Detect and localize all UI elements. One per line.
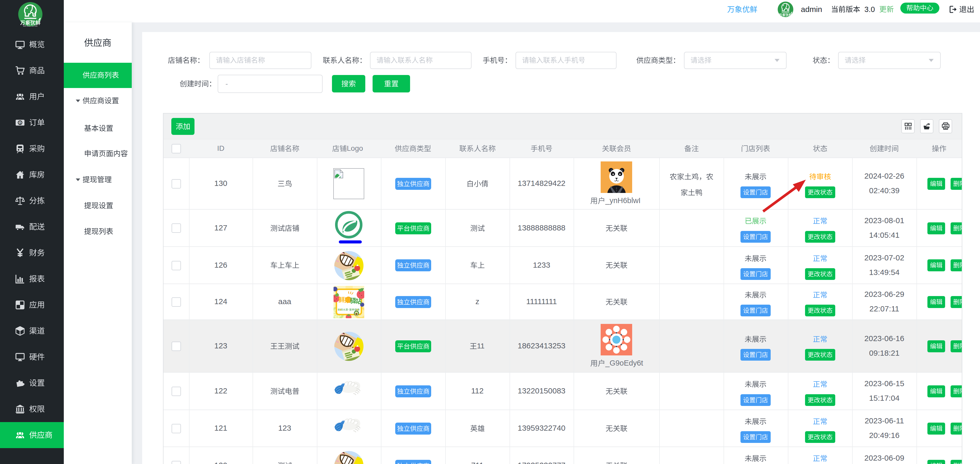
svg-text:WAN XIANG YOU XIAN: WAN XIANG YOU XIAN <box>781 17 790 18</box>
svg-text:1: 1 <box>19 121 21 125</box>
svg-text:WAN XIANG YOU XIAN: WAN XIANG YOU XIAN <box>23 25 38 27</box>
